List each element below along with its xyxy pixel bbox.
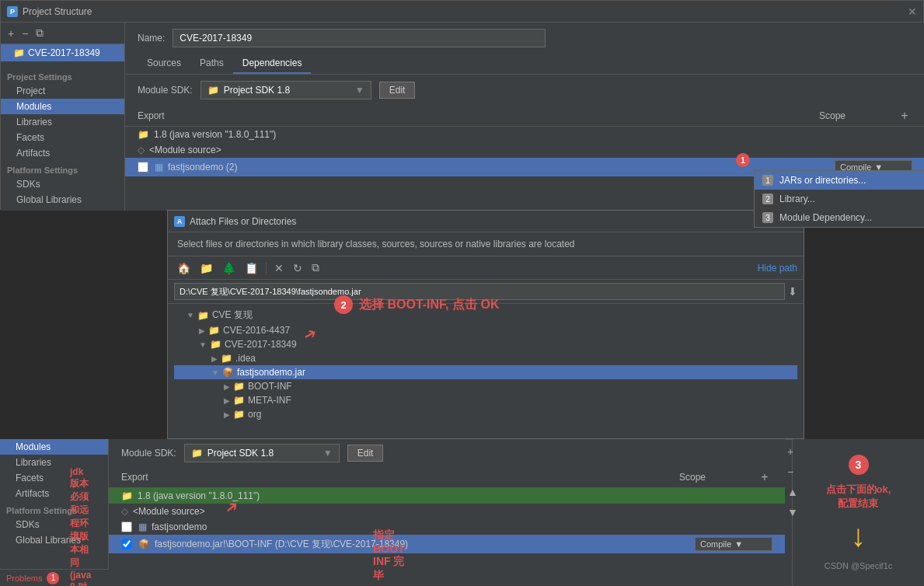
plus-side-icon[interactable]: + bbox=[785, 443, 800, 460]
bottom-module-2: ◇ bbox=[121, 506, 128, 517]
tree-item-fastjson-jar[interactable]: ▼ 📦 fastjsondemo.jar bbox=[174, 365, 797, 379]
home-btn[interactable]: 🏠 bbox=[174, 260, 194, 276]
scope-col-header: Scope bbox=[819, 110, 897, 121]
bottom-right-annotation: 3 点击下面的ok, 配置结束 ↓ CSDN @Specif1c bbox=[792, 439, 924, 586]
bottom-add-dep[interactable]: + bbox=[757, 470, 772, 484]
sidebar-item-sdks[interactable]: SDKs bbox=[1, 176, 124, 192]
badge-1: 1 bbox=[736, 153, 750, 167]
edit-button[interactable]: Edit bbox=[379, 82, 416, 99]
expand-arrow-2017: ▼ bbox=[199, 340, 207, 349]
tree-item-idea[interactable]: ▶ 📁 .idea bbox=[174, 351, 797, 365]
expand-arrow-boot: ▶ bbox=[224, 382, 230, 391]
export-col-header: Export bbox=[138, 110, 819, 121]
new-folder-btn[interactable]: 📁 bbox=[197, 260, 216, 276]
expand-arrow-fastjson: ▼ bbox=[211, 368, 219, 377]
tree-label-2017: CVE-2017-18349 bbox=[225, 339, 297, 350]
tree-item-meta-inf[interactable]: ▶ 📁 META-INF bbox=[174, 393, 797, 407]
problems-label[interactable]: Problems bbox=[6, 574, 42, 583]
folder-icon: 📁 bbox=[13, 47, 25, 58]
tab-dependencies[interactable]: Dependencies bbox=[233, 54, 312, 74]
download-icon[interactable]: ⬇ bbox=[788, 285, 797, 298]
annotation-2-container: 2 选择 BOOT-INF, 点击 OK bbox=[334, 295, 499, 314]
add-icon[interactable]: + bbox=[5, 26, 16, 41]
close-icon[interactable]: ✕ bbox=[908, 5, 917, 18]
tab-paths[interactable]: Paths bbox=[190, 54, 233, 74]
top-panel: P Project Structure ✕ + − ⧉ 📁 CVE-2017-1… bbox=[0, 0, 924, 210]
sdk-select[interactable]: 📁 Project SDK 1.8 ▼ bbox=[200, 81, 371, 99]
right-side-icons: + − ▲ ▼ bbox=[785, 443, 800, 521]
sidebar-item-global-libraries[interactable]: Global Libraries bbox=[1, 192, 124, 208]
bottom-scope-btn-4[interactable]: Compile ▼ bbox=[695, 537, 772, 551]
bottom-sidebar-sdks[interactable]: SDKs bbox=[0, 517, 108, 532]
down-side-icon[interactable]: ▼ bbox=[785, 504, 800, 521]
tree-label-root: CVE 复现 bbox=[212, 309, 253, 322]
folder-icon-org: 📁 bbox=[233, 409, 245, 420]
tab-sources[interactable]: Sources bbox=[138, 54, 190, 74]
tree-btn[interactable]: 🌲 bbox=[219, 260, 239, 276]
up-side-icon[interactable]: ▲ bbox=[785, 483, 800, 501]
bottom-sidebar-facets[interactable]: Facets bbox=[0, 470, 108, 486]
copy-path-btn[interactable]: ⧉ bbox=[309, 260, 323, 276]
yellow-arrow-down: ↓ bbox=[851, 518, 866, 553]
tree-item-org[interactable]: ▶ 📁 org bbox=[174, 407, 797, 421]
bottom-jar-4: 📦 bbox=[138, 539, 150, 549]
dropdown-item-1[interactable]: 1 JARs or directories... bbox=[755, 171, 924, 190]
dropdown-item-2[interactable]: 2 Library... bbox=[755, 190, 924, 208]
red-text-boot: 指定 BOOT-INF 完毕 bbox=[373, 528, 407, 583]
bottom-sidebar-libraries[interactable]: Libraries bbox=[0, 455, 108, 470]
annotation-3-line2: 配置结束 bbox=[838, 497, 878, 509]
problems-badge: 1 bbox=[47, 572, 59, 584]
bottom-dep-item-4: 📦 fastjsondemo.jar!\BOOT-INF (D:\CVE 复现\… bbox=[138, 538, 689, 551]
expand-arrow-meta: ▶ bbox=[224, 396, 230, 405]
tree-item-cve-2017[interactable]: ▼ 📁 CVE-2017-18349 bbox=[174, 337, 797, 351]
copy-icon[interactable]: ⧉ bbox=[33, 25, 46, 41]
sdk-value: Project SDK 1.8 bbox=[224, 85, 290, 96]
attach-title: Attach Files or Directories bbox=[190, 216, 296, 227]
dep-name-3: fastjsondemo (2) bbox=[168, 162, 237, 173]
dropdown-item-3[interactable]: 3 Module Dependency... bbox=[755, 208, 924, 227]
sidebar-item-facets[interactable]: Facets bbox=[1, 130, 124, 145]
bottom-dep-item-2: ◇ <Module source> bbox=[121, 506, 772, 517]
sidebar-item-modules[interactable]: Modules bbox=[1, 99, 124, 114]
dep-name-2: <Module source> bbox=[149, 145, 221, 155]
bottom-folder-1: 📁 bbox=[121, 490, 133, 501]
dropdown-popup: 1 JARs or directories... 2 Library... 3 … bbox=[754, 170, 924, 228]
left-sidebar-top: + − ⧉ 📁 CVE-2017-18349 Project Settings … bbox=[1, 23, 125, 211]
bottom-sdk-label: Module SDK: bbox=[121, 448, 176, 459]
bottom-dep-row-4[interactable]: 📦 fastjsondemo.jar!\BOOT-INF (D:\CVE 复现\… bbox=[109, 535, 785, 553]
expand-arrow-2016: ▶ bbox=[199, 326, 205, 335]
bottom-sdk-select[interactable]: 📁 Project SDK 1.8 ▼ bbox=[184, 444, 340, 462]
bottom-dep-name-3: fastjsondemo bbox=[152, 521, 207, 532]
bottom-dep-item-1: 📁 1.8 (java version "1.8.0_111") bbox=[121, 490, 772, 501]
sidebar-item-libraries[interactable]: Libraries bbox=[1, 114, 124, 130]
bottom-dep-checkbox-3[interactable] bbox=[121, 521, 132, 532]
delete-btn[interactable]: ✕ bbox=[271, 260, 287, 276]
tree-item-boot-inf[interactable]: ▶ 📁 BOOT-INF bbox=[174, 379, 797, 393]
project-settings-label: Project Settings bbox=[1, 68, 124, 83]
bottom-sidebar-global[interactable]: Global Libraries bbox=[0, 532, 108, 548]
bottom-dep-name-4: fastjsondemo.jar!\BOOT-INF (D:\CVE 复现\CV… bbox=[155, 538, 408, 551]
dropdown-num-3: 3 bbox=[762, 212, 773, 223]
annotation-2-text: 选择 BOOT-INF, 点击 OK bbox=[359, 297, 499, 313]
bottom-sidebar-modules[interactable]: Modules bbox=[0, 439, 108, 455]
remove-icon[interactable]: − bbox=[19, 26, 30, 41]
bottom-dep-checkbox-4[interactable] bbox=[121, 539, 132, 549]
attach-dialog: A Attach Files or Directories ✕ Select f… bbox=[167, 210, 804, 439]
bottom-edit-btn[interactable]: Edit bbox=[347, 445, 384, 462]
dep-checkbox-3[interactable] bbox=[138, 162, 148, 173]
bottom-scope-col: Scope bbox=[679, 472, 757, 483]
tree-item-cve-2016[interactable]: ▶ 📁 CVE-2016-4437 bbox=[174, 323, 797, 337]
hide-path-link[interactable]: Hide path bbox=[758, 263, 797, 274]
bottom-main-content: Module SDK: 📁 Project SDK 1.8 ▼ Edit Exp… bbox=[109, 439, 785, 586]
add-dep-button[interactable]: + bbox=[897, 109, 912, 123]
minus-side-icon[interactable]: − bbox=[785, 463, 800, 480]
expand-arrow-idea: ▶ bbox=[211, 354, 218, 363]
refresh-btn[interactable]: ↻ bbox=[290, 260, 305, 276]
view-btn[interactable]: 📋 bbox=[242, 260, 261, 276]
bottom-sidebar-artifacts[interactable]: Artifacts bbox=[0, 486, 108, 501]
name-input[interactable] bbox=[173, 29, 546, 47]
sidebar-item-project[interactable]: Project bbox=[1, 83, 124, 99]
cve-item[interactable]: 📁 CVE-2017-18349 bbox=[1, 44, 124, 61]
folder-icon-idea: 📁 bbox=[221, 353, 232, 364]
sidebar-item-artifacts-top[interactable]: Artifacts bbox=[1, 145, 124, 161]
